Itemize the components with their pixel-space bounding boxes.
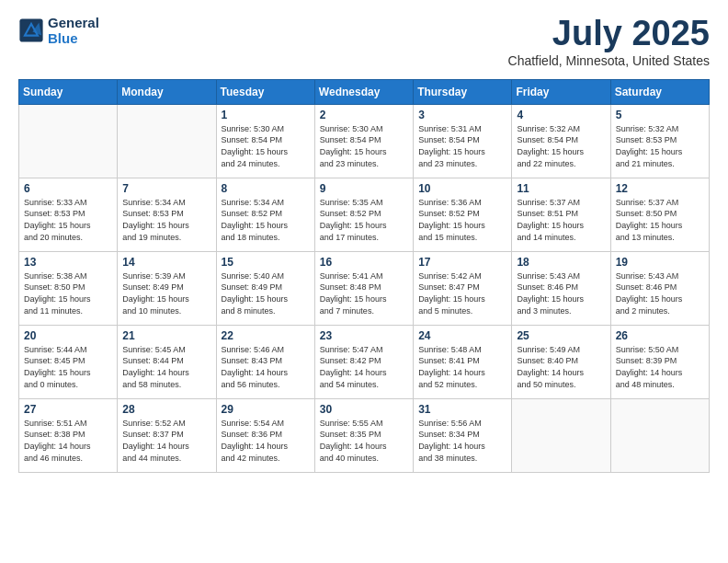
week-row: 1Sunrise: 5:30 AM Sunset: 8:54 PM Daylig… bbox=[19, 104, 710, 178]
weekday-header: Thursday bbox=[414, 79, 512, 104]
calendar-cell: 22Sunrise: 5:46 AM Sunset: 8:43 PM Dayli… bbox=[216, 325, 314, 398]
subtitle: Chatfield, Minnesota, United States bbox=[508, 53, 710, 68]
day-number: 20 bbox=[24, 329, 112, 342]
calendar-cell: 31Sunrise: 5:56 AM Sunset: 8:34 PM Dayli… bbox=[414, 398, 512, 472]
calendar-cell: 9Sunrise: 5:35 AM Sunset: 8:52 PM Daylig… bbox=[314, 178, 413, 251]
day-info: Sunrise: 5:44 AM Sunset: 8:45 PM Dayligh… bbox=[24, 344, 112, 390]
calendar-cell: 28Sunrise: 5:52 AM Sunset: 8:37 PM Dayli… bbox=[118, 398, 216, 472]
day-info: Sunrise: 5:52 AM Sunset: 8:37 PM Dayligh… bbox=[122, 418, 210, 464]
day-info: Sunrise: 5:34 AM Sunset: 8:52 PM Dayligh… bbox=[222, 197, 310, 243]
calendar-cell: 5Sunrise: 5:32 AM Sunset: 8:53 PM Daylig… bbox=[610, 104, 709, 178]
calendar-cell bbox=[118, 104, 216, 178]
day-info: Sunrise: 5:32 AM Sunset: 8:53 PM Dayligh… bbox=[616, 123, 704, 169]
day-number: 21 bbox=[122, 329, 210, 342]
calendar-cell bbox=[610, 398, 709, 472]
day-info: Sunrise: 5:33 AM Sunset: 8:53 PM Dayligh… bbox=[24, 197, 112, 243]
calendar-cell: 11Sunrise: 5:37 AM Sunset: 8:51 PM Dayli… bbox=[512, 178, 610, 251]
day-number: 27 bbox=[24, 403, 112, 416]
day-number: 18 bbox=[517, 256, 605, 269]
logo-icon bbox=[18, 17, 44, 43]
day-number: 13 bbox=[24, 256, 112, 269]
day-number: 3 bbox=[418, 109, 506, 121]
calendar-cell: 26Sunrise: 5:50 AM Sunset: 8:39 PM Dayli… bbox=[610, 325, 709, 398]
title-block: July 2025 Chatfield, Minnesota, United S… bbox=[508, 15, 710, 68]
calendar-cell: 10Sunrise: 5:36 AM Sunset: 8:52 PM Dayli… bbox=[414, 178, 512, 251]
calendar-cell: 12Sunrise: 5:37 AM Sunset: 8:50 PM Dayli… bbox=[610, 178, 709, 251]
day-info: Sunrise: 5:38 AM Sunset: 8:50 PM Dayligh… bbox=[24, 270, 112, 316]
week-row: 6Sunrise: 5:33 AM Sunset: 8:53 PM Daylig… bbox=[19, 178, 710, 251]
day-info: Sunrise: 5:34 AM Sunset: 8:53 PM Dayligh… bbox=[122, 197, 210, 243]
logo: General Blue bbox=[18, 15, 99, 46]
calendar-cell: 1Sunrise: 5:30 AM Sunset: 8:54 PM Daylig… bbox=[216, 104, 314, 178]
day-info: Sunrise: 5:30 AM Sunset: 8:54 PM Dayligh… bbox=[320, 123, 408, 169]
day-number: 25 bbox=[517, 329, 605, 342]
day-number: 19 bbox=[616, 256, 704, 269]
day-number: 2 bbox=[320, 109, 408, 121]
calendar-cell: 25Sunrise: 5:49 AM Sunset: 8:40 PM Dayli… bbox=[512, 325, 610, 398]
day-info: Sunrise: 5:51 AM Sunset: 8:38 PM Dayligh… bbox=[24, 418, 112, 464]
page-header: General Blue July 2025 Chatfield, Minnes… bbox=[18, 15, 710, 68]
day-info: Sunrise: 5:42 AM Sunset: 8:47 PM Dayligh… bbox=[418, 270, 506, 316]
day-number: 15 bbox=[222, 256, 310, 269]
day-info: Sunrise: 5:37 AM Sunset: 8:50 PM Dayligh… bbox=[616, 197, 704, 243]
day-info: Sunrise: 5:43 AM Sunset: 8:46 PM Dayligh… bbox=[517, 270, 605, 316]
calendar-cell: 21Sunrise: 5:45 AM Sunset: 8:44 PM Dayli… bbox=[118, 325, 216, 398]
day-number: 30 bbox=[320, 403, 408, 416]
calendar-cell bbox=[19, 104, 118, 178]
day-number: 11 bbox=[517, 182, 605, 195]
week-row: 27Sunrise: 5:51 AM Sunset: 8:38 PM Dayli… bbox=[19, 398, 710, 472]
day-info: Sunrise: 5:32 AM Sunset: 8:54 PM Dayligh… bbox=[517, 123, 605, 169]
weekday-header: Wednesday bbox=[314, 79, 413, 104]
weekday-header: Monday bbox=[118, 79, 216, 104]
day-info: Sunrise: 5:55 AM Sunset: 8:35 PM Dayligh… bbox=[320, 418, 408, 464]
day-number: 31 bbox=[418, 403, 506, 416]
day-number: 29 bbox=[222, 403, 310, 416]
calendar-cell: 29Sunrise: 5:54 AM Sunset: 8:36 PM Dayli… bbox=[216, 398, 314, 472]
calendar-cell: 3Sunrise: 5:31 AM Sunset: 8:54 PM Daylig… bbox=[414, 104, 512, 178]
calendar-cell: 23Sunrise: 5:47 AM Sunset: 8:42 PM Dayli… bbox=[314, 325, 413, 398]
calendar-cell: 2Sunrise: 5:30 AM Sunset: 8:54 PM Daylig… bbox=[314, 104, 413, 178]
day-info: Sunrise: 5:47 AM Sunset: 8:42 PM Dayligh… bbox=[320, 344, 408, 390]
calendar-cell: 18Sunrise: 5:43 AM Sunset: 8:46 PM Dayli… bbox=[512, 251, 610, 325]
day-number: 8 bbox=[222, 182, 310, 195]
calendar-cell: 15Sunrise: 5:40 AM Sunset: 8:49 PM Dayli… bbox=[216, 251, 314, 325]
day-number: 1 bbox=[222, 109, 310, 121]
weekday-header: Sunday bbox=[19, 79, 118, 104]
day-info: Sunrise: 5:43 AM Sunset: 8:46 PM Dayligh… bbox=[616, 270, 704, 316]
day-number: 16 bbox=[320, 256, 408, 269]
day-number: 22 bbox=[222, 329, 310, 342]
day-number: 26 bbox=[616, 329, 704, 342]
day-info: Sunrise: 5:56 AM Sunset: 8:34 PM Dayligh… bbox=[418, 418, 506, 464]
day-info: Sunrise: 5:46 AM Sunset: 8:43 PM Dayligh… bbox=[222, 344, 310, 390]
day-info: Sunrise: 5:39 AM Sunset: 8:49 PM Dayligh… bbox=[122, 270, 210, 316]
day-info: Sunrise: 5:36 AM Sunset: 8:52 PM Dayligh… bbox=[418, 197, 506, 243]
day-info: Sunrise: 5:37 AM Sunset: 8:51 PM Dayligh… bbox=[517, 197, 605, 243]
calendar-cell: 7Sunrise: 5:34 AM Sunset: 8:53 PM Daylig… bbox=[118, 178, 216, 251]
day-number: 28 bbox=[122, 403, 210, 416]
main-title: July 2025 bbox=[508, 15, 710, 53]
day-info: Sunrise: 5:45 AM Sunset: 8:44 PM Dayligh… bbox=[122, 344, 210, 390]
weekday-header: Tuesday bbox=[216, 79, 314, 104]
calendar-cell: 6Sunrise: 5:33 AM Sunset: 8:53 PM Daylig… bbox=[19, 178, 118, 251]
weekday-header: Friday bbox=[512, 79, 610, 104]
logo-text: General Blue bbox=[48, 15, 99, 46]
calendar-table: SundayMondayTuesdayWednesdayThursdayFrid… bbox=[18, 79, 710, 473]
day-number: 23 bbox=[320, 329, 408, 342]
calendar-cell: 24Sunrise: 5:48 AM Sunset: 8:41 PM Dayli… bbox=[414, 325, 512, 398]
day-number: 14 bbox=[122, 256, 210, 269]
calendar-cell: 17Sunrise: 5:42 AM Sunset: 8:47 PM Dayli… bbox=[414, 251, 512, 325]
day-number: 6 bbox=[24, 182, 112, 195]
day-number: 12 bbox=[616, 182, 704, 195]
calendar-cell: 16Sunrise: 5:41 AM Sunset: 8:48 PM Dayli… bbox=[314, 251, 413, 325]
weekday-header: Saturday bbox=[610, 79, 709, 104]
day-number: 4 bbox=[517, 109, 605, 121]
calendar-cell: 19Sunrise: 5:43 AM Sunset: 8:46 PM Dayli… bbox=[610, 251, 709, 325]
day-info: Sunrise: 5:40 AM Sunset: 8:49 PM Dayligh… bbox=[222, 270, 310, 316]
day-number: 17 bbox=[418, 256, 506, 269]
day-info: Sunrise: 5:54 AM Sunset: 8:36 PM Dayligh… bbox=[222, 418, 310, 464]
weekday-header-row: SundayMondayTuesdayWednesdayThursdayFrid… bbox=[19, 79, 710, 104]
calendar-cell: 14Sunrise: 5:39 AM Sunset: 8:49 PM Dayli… bbox=[118, 251, 216, 325]
calendar-cell: 13Sunrise: 5:38 AM Sunset: 8:50 PM Dayli… bbox=[19, 251, 118, 325]
calendar-cell: 27Sunrise: 5:51 AM Sunset: 8:38 PM Dayli… bbox=[19, 398, 118, 472]
day-info: Sunrise: 5:48 AM Sunset: 8:41 PM Dayligh… bbox=[418, 344, 506, 390]
